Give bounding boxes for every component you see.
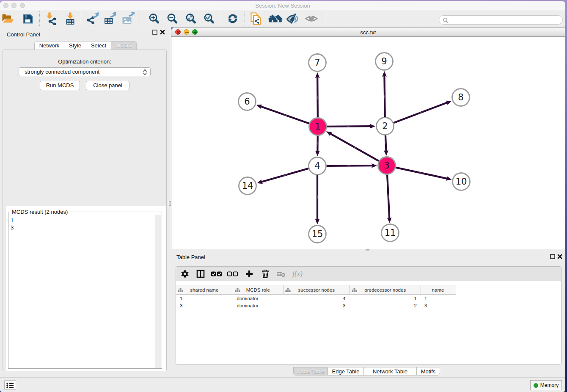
import-network-icon[interactable] xyxy=(45,12,58,25)
gear-icon[interactable] xyxy=(181,270,189,278)
criterion-value: strongly connected component xyxy=(25,69,99,75)
tab-select[interactable]: Select xyxy=(86,41,111,50)
graph-arrowhead xyxy=(382,71,387,77)
status-bar: Memory xyxy=(0,377,565,392)
mcds-result-text[interactable]: 13 xyxy=(9,216,154,368)
table-panel-title: Table Panel xyxy=(176,254,205,260)
control-panel: Control Panel NetworkStyleSelectMCDS Opt… xyxy=(0,27,169,377)
table-toolbar: f(x) xyxy=(176,267,561,281)
memory-status-icon xyxy=(534,383,538,388)
add-icon[interactable] xyxy=(245,270,253,278)
graph-arrowhead xyxy=(315,72,320,78)
zoom-selected-icon[interactable] xyxy=(203,13,215,25)
column-header-name[interactable]: name xyxy=(421,285,455,294)
toolbar-separator xyxy=(221,11,221,26)
table-cell[interactable]: 3 xyxy=(284,302,350,309)
table-cell[interactable]: dominator xyxy=(233,302,284,309)
search-input[interactable] xyxy=(439,15,563,25)
desktop: { "window": { "title": "Session: New Ses… xyxy=(0,0,567,392)
column-header-predecessor-nodes[interactable]: predecessor nodes xyxy=(350,285,421,294)
table-cell[interactable]: 4 xyxy=(284,295,350,302)
tab-network-table[interactable]: Network Table xyxy=(364,367,417,375)
select-all-icon[interactable] xyxy=(211,271,223,277)
graph-arrowhead xyxy=(315,219,320,224)
tab-mcds[interactable]: MCDS xyxy=(111,41,137,50)
zoom-out-icon[interactable] xyxy=(166,13,178,25)
table-cell[interactable]: dominator xyxy=(233,295,284,302)
split-panel-icon[interactable] xyxy=(196,270,205,278)
task-history-button[interactable] xyxy=(4,380,16,390)
table-cell[interactable]: 3 xyxy=(421,302,455,309)
window-title: Session: New Session xyxy=(0,3,565,9)
export-image-icon[interactable] xyxy=(122,12,135,25)
graph-arrowhead xyxy=(387,218,392,223)
delete-table-icon[interactable] xyxy=(276,271,286,277)
function-label: f(x) xyxy=(292,270,303,278)
deselect-all-icon[interactable] xyxy=(227,271,239,277)
table-cell[interactable]: 1 xyxy=(350,295,421,302)
graph-node-label: 2 xyxy=(382,121,388,131)
hide-selected-icon[interactable] xyxy=(286,12,299,25)
delete-icon[interactable] xyxy=(261,269,270,279)
table-cell[interactable]: 2 xyxy=(350,302,421,309)
horizontal-splitter-grip[interactable] xyxy=(366,249,369,251)
application-window: Session: New Session xyxy=(0,1,565,392)
table-cell[interactable]: 1 xyxy=(176,295,233,302)
zoom-fit-icon[interactable] xyxy=(184,13,196,25)
column-header-label: predecessor nodes xyxy=(364,287,406,293)
mcds-result-panel: MCDS result (2 nodes) 13 xyxy=(6,206,166,371)
main-toolbar xyxy=(0,10,565,27)
table-cell[interactable]: 3 xyxy=(176,302,233,309)
network-canvas[interactable]: 1234678910111415 xyxy=(171,37,565,249)
control-panel-tabs: NetworkStyleSelectMCDS xyxy=(34,41,137,50)
export-table-icon[interactable] xyxy=(104,12,117,25)
table-close-panel-icon[interactable] xyxy=(557,254,563,259)
criterion-dropdown[interactable]: strongly connected component xyxy=(19,67,151,76)
network-window-titlebar[interactable]: scc.txt xyxy=(171,28,565,37)
first-neighbors-icon[interactable] xyxy=(266,12,283,25)
graph-node-label: 1 xyxy=(315,121,320,132)
memory-button[interactable]: Memory xyxy=(530,380,562,390)
open-session-icon[interactable] xyxy=(2,13,14,24)
table-cell[interactable]: 1 xyxy=(421,295,455,302)
tab-motifs[interactable]: Motifs xyxy=(417,367,440,375)
column-header-MCDS-role[interactable]: MCDS role xyxy=(233,285,284,294)
close-panel-button[interactable]: Close panel xyxy=(86,81,129,90)
network-graph: 1234678910111415 xyxy=(171,37,565,249)
import-table-icon[interactable] xyxy=(64,12,77,25)
column-header-shared-name[interactable]: shared name xyxy=(176,285,233,294)
copy-style-icon[interactable] xyxy=(250,12,262,25)
table-float-panel-icon[interactable] xyxy=(550,254,556,259)
table-row[interactable]: 3dominator323 xyxy=(176,302,561,309)
save-session-icon[interactable] xyxy=(22,13,33,24)
graph-node-label: 8 xyxy=(458,92,463,102)
table-row[interactable]: 1dominator411 xyxy=(176,295,561,302)
toolbar-separator xyxy=(140,11,140,26)
column-header-label: shared name xyxy=(190,287,218,293)
show-all-icon[interactable] xyxy=(305,12,318,25)
zoom-in-icon[interactable] xyxy=(148,13,160,25)
toolbar-separator xyxy=(245,11,245,26)
column-header-successor-nodes[interactable]: successor nodes xyxy=(284,285,350,294)
tab-style[interactable]: Style xyxy=(64,41,86,50)
result-scrollbar[interactable] xyxy=(155,215,161,368)
refresh-icon[interactable] xyxy=(228,14,237,23)
run-mcds-button[interactable]: Run MCDS xyxy=(40,81,80,90)
graph-arrowhead xyxy=(370,124,375,129)
dropdown-arrows-icon xyxy=(143,69,147,76)
graph-node-label: 10 xyxy=(456,177,467,187)
graph-node-label: 15 xyxy=(312,229,323,239)
export-network-icon[interactable] xyxy=(86,12,99,25)
close-panel-icon[interactable] xyxy=(160,29,165,35)
tab-edge-table[interactable]: Edge Table xyxy=(328,367,364,375)
table-tabs: Node TableEdge TableNetwork TableMotifs xyxy=(293,367,440,375)
column-header-label: name xyxy=(432,287,444,293)
graph-arrowhead xyxy=(372,163,377,168)
tab-network[interactable]: Network xyxy=(34,41,64,50)
main-area: Control Panel NetworkStyleSelectMCDS Opt… xyxy=(0,27,565,377)
graph-node-label: 11 xyxy=(385,228,396,238)
window-titlebar: Session: New Session xyxy=(0,1,565,10)
tab-node-table[interactable]: Node Table xyxy=(293,367,328,375)
column-type-icon xyxy=(178,287,183,292)
float-panel-icon[interactable] xyxy=(152,29,158,35)
